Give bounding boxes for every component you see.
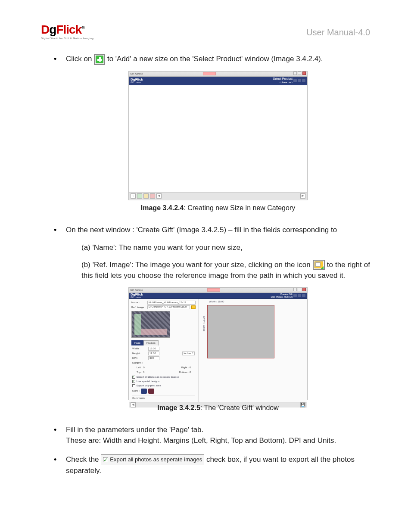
window-tab-indicator <box>207 288 220 292</box>
help-icon[interactable] <box>302 79 305 82</box>
window-title-text: Gift Xpress <box>130 288 143 292</box>
bottom-toolbar: ‹ ◄ ► <box>129 192 307 200</box>
screenshot-create-gift: Gift Xpress DgFlick Gift xpress <box>128 287 308 400</box>
export-checkbox-label: Export all photos as seperate images <box>110 455 202 464</box>
width-field[interactable]: 15.00 <box>148 347 159 351</box>
brandbar-product: Gift xpress <box>131 81 143 84</box>
substep-name: (a) 'Name': The name you want for your n… <box>81 242 370 253</box>
logo-letter-g: g <box>49 23 56 36</box>
close-icon[interactable] <box>302 288 306 291</box>
prev-button[interactable]: ◄ <box>156 193 162 199</box>
tab-product[interactable]: Product <box>143 340 159 345</box>
back-button[interactable]: ‹ <box>131 193 136 199</box>
home-icon[interactable] <box>293 79 297 82</box>
margin-top-label: Top : <box>137 370 142 374</box>
step3-line2: These are: Width and Height. Margins (Le… <box>66 436 336 445</box>
browse-icon[interactable] <box>191 305 196 309</box>
logo-word-flick: Flick <box>56 23 81 36</box>
maximize-icon[interactable] <box>298 288 301 291</box>
minimize-icon[interactable] <box>293 288 297 291</box>
app-brandbar: DgFlick Gift xpress Select Product <plea… <box>129 77 307 85</box>
logo-letter-d: D <box>41 23 49 36</box>
comments-label: Comments <box>132 395 195 400</box>
help-icon[interactable] <box>302 294 305 297</box>
save-button[interactable]: 💾 <box>300 402 305 408</box>
minimize-icon[interactable] <box>293 72 297 75</box>
ref-image-field[interactable]: D:/GiftXpressPRO-4.10/Products/DgGift <box>147 305 190 309</box>
height-label: Height : <box>132 352 147 355</box>
window-title-text: Gift Xpress <box>130 72 143 76</box>
export-print-area-checkbox[interactable] <box>132 384 135 387</box>
tab-page[interactable]: Page <box>131 340 143 345</box>
step-check-export: Check the Export all photos as seperate … <box>54 454 370 476</box>
special-designs-label: Use special designs <box>137 380 159 383</box>
more-label: More : <box>132 389 140 393</box>
substep-ref-image: (b) 'Ref. Image': The image you want for… <box>81 259 370 281</box>
name-label: Name : <box>131 301 146 305</box>
logo-tagline: Digital World for Still & Motion Imaging <box>41 37 93 40</box>
ref-image-thumbnail <box>131 311 170 338</box>
page-title: User Manual-4.0 <box>306 26 370 39</box>
margin-left-label: Left : <box>137 366 142 370</box>
export-all-checkbox[interactable] <box>132 376 135 379</box>
canvas-preview <box>207 305 274 358</box>
margin-bottom-label: Bottom : <box>179 370 189 374</box>
settings-icon[interactable] <box>298 294 301 297</box>
page-header: DgFlick® Digital World for Still & Motio… <box>41 24 370 40</box>
screenshot2-caption: Image 3.4.2.5: The 'Create Gift' window <box>66 403 370 413</box>
more-option-2[interactable] <box>148 389 154 394</box>
dpi-label: DPI : <box>132 356 147 360</box>
add-size-icon <box>94 54 105 65</box>
margin-right-field[interactable]: 0 <box>190 366 195 370</box>
export-print-area-label: Export only print area <box>137 384 161 388</box>
app-brandbar: DgFlick Gift xpress Create Gift Multi-Ph… <box>129 293 307 299</box>
step-create-gift: On the next window : 'Create Gift' (Imag… <box>54 224 370 413</box>
close-icon[interactable] <box>302 72 306 75</box>
window-tab-indicator <box>203 72 216 75</box>
more-option-1[interactable] <box>141 389 147 394</box>
screenshot-select-product: Gift Xpress DgFlick Gift xpress <box>128 71 308 200</box>
panel-subtitle: <please use> <box>280 81 293 84</box>
edit-button[interactable] <box>143 193 149 199</box>
panel-title: Select Product <box>273 77 293 80</box>
units-select[interactable]: Inches <box>182 352 195 355</box>
step-text-pre: Click on <box>66 55 94 63</box>
brand-logo: DgFlick® Digital World for Still & Motio… <box>41 24 93 40</box>
step2-text: On the next window : 'Create Gift' (Imag… <box>66 226 337 234</box>
name-field[interactable]: MultiPhotos_MultiFrames_15x12 <box>147 301 196 305</box>
ref-image-label: Ref. Image : <box>131 305 146 309</box>
height-field[interactable]: 12.00 <box>148 352 159 355</box>
margin-left-field[interactable]: 0 <box>143 366 148 370</box>
screenshot1-caption: Image 3.4.2.4: Creating new Size in new … <box>66 203 370 213</box>
margin-bottom-field[interactable]: 0 <box>190 370 195 374</box>
delete-button[interactable] <box>150 193 155 199</box>
back-button[interactable]: ◄ <box>131 402 136 408</box>
panel-subtitle: Multi-Photos_Multi-Gift <box>271 296 293 298</box>
window-titlebar: Gift Xpress <box>129 72 307 77</box>
brandbar-product: Gift xpress <box>131 296 143 299</box>
checkbox-icon <box>103 457 108 462</box>
margin-right-label: Right : <box>181 366 189 370</box>
special-designs-checkbox[interactable] <box>132 380 135 383</box>
margin-top-field[interactable]: 0 <box>143 370 148 374</box>
step3-line1: Fill in the parameters under the 'Page' … <box>66 426 203 434</box>
step-click-add: Click on to 'Add' a new size on the 'Sel… <box>54 53 370 213</box>
add-button[interactable] <box>137 193 142 199</box>
step-fill-page-tab: Fill in the parameters under the 'Page' … <box>54 424 370 446</box>
window-titlebar: Gift Xpress <box>129 288 307 293</box>
home-icon[interactable] <box>293 294 297 297</box>
next-button[interactable]: ► <box>300 193 305 199</box>
margins-label: Margins : <box>132 361 143 365</box>
registered-mark: ® <box>81 25 84 30</box>
settings-icon[interactable] <box>298 79 301 82</box>
canvas-preview-panel: Width : 15.00 Height : 12.00 <box>199 299 307 402</box>
step-text-post: to 'Add' a new size on the 'Select Produ… <box>107 55 323 63</box>
export-checkbox-snippet: Export all photos as seperate images <box>101 454 204 465</box>
browse-image-icon <box>313 260 325 270</box>
create-gift-form: Name : MultiPhotos_MultiFrames_15x12 Ref… <box>129 299 199 402</box>
export-all-label: Export all photos as seperate images <box>137 375 179 379</box>
canvas-width-label: Width : 15.00 <box>209 300 224 304</box>
dpi-field[interactable]: 300 <box>148 356 159 360</box>
panel-title: Create Gift <box>280 293 293 296</box>
maximize-icon[interactable] <box>298 72 301 75</box>
